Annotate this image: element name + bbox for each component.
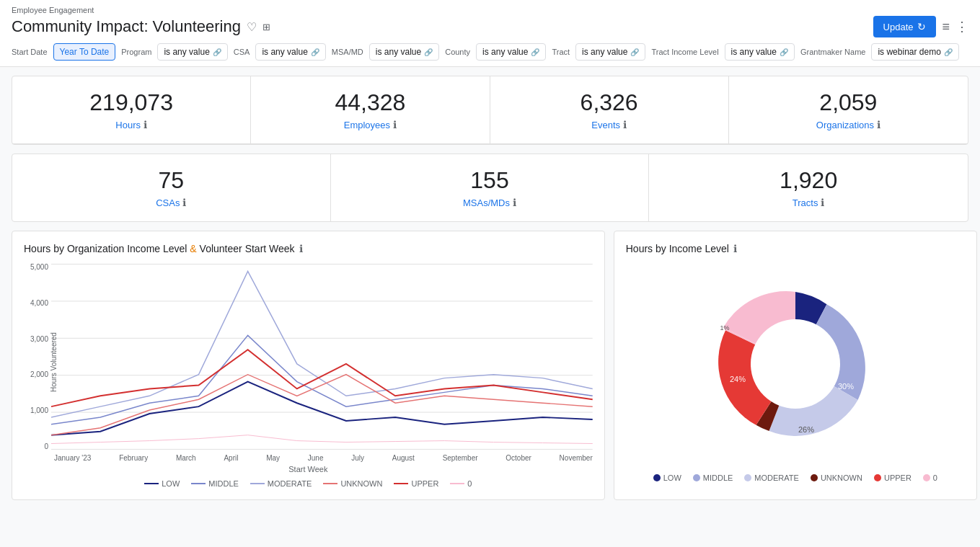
- kpi-events-value: 6,326: [499, 89, 720, 116]
- hours-info-icon[interactable]: ℹ: [144, 119, 147, 130]
- y-axis-labels: 5,000 4,000 3,000 2,000 1,000 0: [24, 263, 51, 450]
- donut-legend-moderate: MODERATE: [744, 473, 799, 482]
- more-options-icon[interactable]: ⋮: [955, 19, 968, 35]
- filter-value-msa_md: is any value: [376, 47, 421, 57]
- donut-wrap: 13% 30% 26% 5% 24% 1% LOW MIDDLE: [626, 263, 965, 482]
- line-chart-svg-wrap: Hours Volunteered: [51, 263, 593, 453]
- legend-zero: 0: [450, 479, 472, 488]
- kpi-employees: 44,328 Employees ℹ: [251, 76, 490, 144]
- filter-value-grantmaker_name: is webinar demo: [878, 47, 940, 57]
- filter-value-tract_income_level: is any value: [731, 47, 777, 57]
- csas-info-icon[interactable]: ℹ: [182, 197, 186, 208]
- x-axis-labels: January '23 February March April May Jun…: [54, 454, 593, 462]
- kpi-employees-label: Employees ℹ: [260, 119, 480, 130]
- filter-label-program: Program: [121, 48, 151, 56]
- filter-label-msa_md: MSA/MD: [332, 48, 363, 56]
- tracts-info-icon[interactable]: ℹ: [821, 197, 824, 208]
- line-chart-svg: [51, 263, 593, 450]
- filter-link-icon-program: 🔗: [213, 48, 221, 56]
- filter-label-county: County: [445, 48, 470, 56]
- line-chart-legend: LOW MIDDLE MODERATE UNKNOWN UPPER: [24, 479, 593, 488]
- filter-chip-msa_md[interactable]: is any value🔗: [369, 43, 439, 61]
- donut-dot-middle: [693, 474, 700, 481]
- filter-link-icon-tract_income_level: 🔗: [780, 48, 788, 56]
- filter-link-icon-county: 🔗: [531, 48, 539, 56]
- legend-unknown: UNKNOWN: [323, 479, 382, 488]
- filter-label-tract_income_level: Tract Income Level: [651, 48, 718, 56]
- line-chart-info-icon[interactable]: ℹ: [299, 243, 303, 254]
- share-icon[interactable]: ⊞: [262, 22, 270, 32]
- donut-chart-info-icon[interactable]: ℹ: [733, 243, 737, 254]
- filter-chip-tract_income_level[interactable]: is any value🔗: [725, 43, 795, 61]
- legend-zero-line: [450, 483, 464, 484]
- donut-dot-unknown: [811, 474, 818, 481]
- filter-value-program: is any value: [164, 47, 209, 57]
- legend-moderate-line: [250, 483, 265, 484]
- kpi-csas: 75 CSAs ℹ: [12, 154, 331, 221]
- legend-upper-line: [394, 483, 408, 484]
- msas-info-icon[interactable]: ℹ: [513, 197, 516, 208]
- kpi-csas-label: CSAs ℹ: [21, 197, 322, 208]
- donut-dot-moderate: [744, 474, 751, 481]
- filter-chip-tract[interactable]: is any value🔗: [575, 43, 645, 61]
- svg-text:26%: 26%: [798, 425, 814, 434]
- filter-label-start_date: Start Date: [12, 48, 48, 56]
- donut-chart-panel: Hours by Income Level ℹ: [614, 231, 977, 500]
- kpi-organizations: 2,059 Organizations ℹ: [729, 76, 968, 144]
- filter-value-county: is any value: [482, 47, 528, 57]
- kpi-organizations-value: 2,059: [738, 89, 959, 116]
- svg-text:30%: 30%: [838, 382, 854, 391]
- update-label: Update: [883, 22, 914, 32]
- filter-chip-start_date[interactable]: Year To Date: [53, 43, 116, 61]
- donut-legend-middle: MIDDLE: [693, 473, 733, 482]
- filter-chip-csa[interactable]: is any value🔗: [255, 43, 325, 61]
- donut-svg: 13% 30% 26% 5% 24% 1%: [694, 263, 896, 465]
- line-chart-panel: Hours by Organization Income Level & Vol…: [12, 231, 605, 500]
- donut-legend-low: LOW: [653, 473, 681, 482]
- organizations-info-icon[interactable]: ℹ: [877, 119, 880, 130]
- line-chart-title: Hours by Organization Income Level & Vol…: [24, 243, 593, 254]
- update-button[interactable]: Update ↻: [873, 16, 937, 37]
- filter-label-tract: Tract: [552, 48, 570, 56]
- page-title-text: Community Impact: Volunteering: [12, 17, 241, 36]
- filter-link-icon-csa: 🔗: [311, 48, 319, 56]
- filter-chip-program[interactable]: is any value🔗: [157, 43, 227, 61]
- filter-value-csa: is any value: [262, 47, 307, 57]
- events-info-icon[interactable]: ℹ: [623, 119, 627, 130]
- filter-chip-county[interactable]: is any value🔗: [476, 43, 546, 61]
- filter-lines-icon[interactable]: ≡: [942, 19, 950, 35]
- donut-dot-upper: [874, 474, 881, 481]
- favorite-icon[interactable]: ♡: [247, 20, 257, 34]
- filter-link-icon-tract: 🔗: [630, 48, 639, 56]
- svg-point-6: [751, 319, 840, 409]
- donut-dot-low: [653, 474, 661, 481]
- kpi-organizations-label: Organizations ℹ: [738, 119, 959, 130]
- legend-low: LOW: [144, 479, 180, 488]
- kpi-grid-row1: 219,073 Hours ℹ 44,328 Employees ℹ 6,326…: [12, 76, 968, 145]
- refresh-icon: ↻: [917, 21, 926, 32]
- kpi-tracts-label: Tracts ℹ: [658, 197, 959, 208]
- donut-legend-zero: 0: [923, 473, 937, 482]
- top-bar: Employee Engagement Community Impact: Vo…: [0, 0, 980, 67]
- filter-link-icon-grantmaker_name: 🔗: [944, 48, 953, 56]
- filter-link-icon-msa_md: 🔗: [424, 48, 433, 56]
- page-title-row: Community Impact: Volunteering ♡ ⊞ Updat…: [12, 16, 968, 37]
- x-axis-title: Start Week: [24, 465, 593, 473]
- legend-unknown-line: [323, 483, 337, 484]
- filter-label-grantmaker_name: Grantmaker Name: [800, 48, 865, 56]
- donut-legend-upper: UPPER: [874, 473, 911, 482]
- svg-text:5%: 5%: [754, 427, 765, 436]
- filter-value-tract: is any value: [582, 47, 627, 57]
- page-title: Community Impact: Volunteering ♡ ⊞: [12, 17, 270, 36]
- kpi-events: 6,326 Events ℹ: [490, 76, 729, 144]
- legend-low-line: [144, 483, 159, 484]
- legend-moderate: MODERATE: [250, 479, 312, 488]
- donut-chart-title: Hours by Income Level ℹ: [626, 243, 965, 254]
- svg-text:13%: 13%: [820, 353, 836, 362]
- donut-legend-unknown: UNKNOWN: [811, 473, 862, 482]
- app-label: Employee Engagement: [12, 6, 968, 14]
- filters-row: Start DateYear To DateProgramis any valu…: [12, 37, 968, 66]
- svg-text:1%: 1%: [720, 324, 729, 332]
- filter-chip-grantmaker_name[interactable]: is webinar demo🔗: [871, 43, 958, 61]
- employees-info-icon[interactable]: ℹ: [393, 119, 397, 130]
